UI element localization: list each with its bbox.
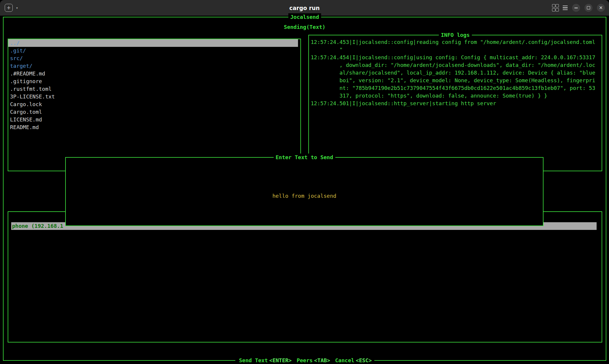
- file-item[interactable]: src/: [8, 55, 298, 62]
- terminal-content: Jocalsend Sending(Text) ../ .git/ src/ t…: [0, 16, 609, 364]
- help-peers-label: Peers: [297, 357, 312, 363]
- log-line: , download_dir: "/home/ardent/jocalsend-…: [311, 61, 600, 69]
- maximize-icon: [587, 6, 590, 9]
- text-input-value[interactable]: hello from jocalsend: [66, 192, 543, 200]
- log-line: 12:57:24.501|I|jocalsend::http_server|st…: [311, 100, 600, 107]
- close-button[interactable]: ×: [597, 4, 605, 12]
- file-item[interactable]: README.md: [8, 123, 298, 131]
- log-line: boi", version: "2.1", device_model: None…: [311, 77, 600, 84]
- file-item[interactable]: Cargo.toml: [8, 108, 298, 116]
- plus-icon: +: [6, 5, 11, 10]
- help-send-key: <ENTER>: [269, 357, 292, 363]
- file-item[interactable]: Cargo.lock: [8, 101, 298, 108]
- log-line: 12:57:24.453|I|jocalsend::config|reading…: [311, 38, 600, 46]
- menu-icon[interactable]: [563, 6, 568, 10]
- log-line: ": [311, 46, 600, 54]
- file-item[interactable]: .git/: [8, 47, 298, 55]
- tab-overview-icon[interactable]: [552, 4, 558, 11]
- minimize-button[interactable]: [572, 4, 580, 12]
- file-item[interactable]: target/: [8, 62, 298, 70]
- text-input-modal: Enter Text to Send hello from jocalsend: [65, 157, 543, 226]
- logs-panel-title: INFO logs: [439, 31, 472, 39]
- log-line: al/share/jocalsend", local_ip_addr: 192.…: [311, 69, 600, 77]
- maximize-button[interactable]: [585, 4, 592, 12]
- file-browser-panel: ../ .git/ src/ target/ .#README.md .giti…: [8, 39, 301, 171]
- log-line: nt: "785b947190e2b51c7379047554f43f6675d…: [311, 84, 600, 92]
- help-peers-key: <TAB>: [314, 357, 330, 363]
- help-send-label: Send Text: [239, 357, 268, 363]
- minimize-icon: [574, 8, 578, 8]
- file-item[interactable]: .rustfmt.toml: [8, 85, 298, 93]
- modal-title: Enter Text to Send: [274, 154, 335, 161]
- info-logs-panel: INFO logs 12:57:24.453|I|jocalsend::conf…: [308, 35, 602, 171]
- new-tab-button[interactable]: +: [5, 4, 13, 12]
- file-item[interactable]: ../: [8, 39, 298, 47]
- file-item[interactable]: .#README.md: [8, 70, 298, 78]
- app-frame: Jocalsend Sending(Text) ../ .git/ src/ t…: [3, 17, 606, 361]
- app-title: Jocalsend: [288, 13, 321, 21]
- peers-panel: phone (192.168.1: [8, 211, 602, 342]
- log-line: 317, protocol: "https", download: false,…: [311, 92, 600, 100]
- file-item[interactable]: 3P-LICENSE.txt: [8, 93, 298, 101]
- keybind-help-bar: Send Text<ENTER>Peers<TAB>Cancel<ESC>: [235, 357, 374, 364]
- window-title: cargo run: [289, 5, 320, 11]
- log-lines: 12:57:24.453|I|jocalsend::config|reading…: [311, 38, 600, 107]
- file-item[interactable]: LICENSE.md: [8, 116, 298, 123]
- log-line: 12:57:24.454|I|jocalsend::config|using c…: [311, 54, 600, 61]
- chevron-down-icon[interactable]: ▾: [16, 6, 18, 10]
- app-status: Sending(Text): [4, 23, 606, 31]
- close-icon: ×: [599, 5, 603, 10]
- file-item[interactable]: .gitignore: [8, 78, 298, 85]
- help-cancel-key: <ESC>: [356, 357, 372, 363]
- help-cancel-label: Cancel: [335, 357, 354, 363]
- terminal-window: + ▾ cargo run × Jocalsend Sending(Text) …: [0, 0, 609, 364]
